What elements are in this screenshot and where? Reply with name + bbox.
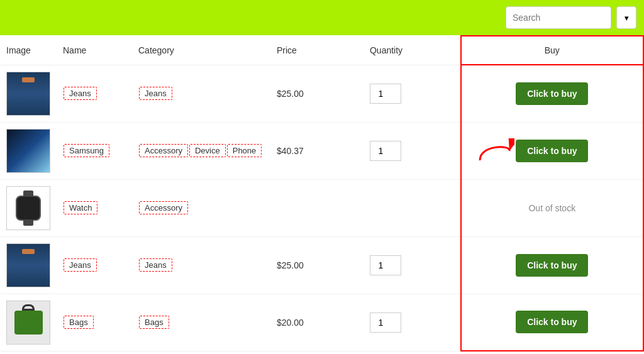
product-category-cell: Jeans <box>132 65 270 122</box>
search-input[interactable] <box>506 6 611 29</box>
out-of-stock-label: Out of stock <box>528 203 575 213</box>
product-image-cell <box>0 65 57 122</box>
quantity-input[interactable] <box>370 313 401 333</box>
buy-button[interactable]: Click to buy <box>516 82 588 105</box>
product-name-cell: Watch <box>57 179 132 236</box>
product-image <box>6 186 50 230</box>
product-name-tag: Jeans <box>64 87 97 100</box>
product-category-cell: Accessory <box>132 179 270 236</box>
quantity-input[interactable] <box>370 255 401 275</box>
product-image <box>6 129 50 173</box>
product-image <box>6 301 50 345</box>
table-row: JeansJeans$25.00 Click to buy <box>0 65 643 122</box>
col-header-quantity: Quantity <box>364 36 461 65</box>
chevron-down-icon: ▾ <box>625 13 629 23</box>
product-price-cell: $40.37 <box>270 122 364 179</box>
col-header-name: Name <box>57 36 132 65</box>
col-header-buy: Buy <box>461 36 643 65</box>
category-tag: Accessory <box>139 144 188 157</box>
dropdown-button[interactable]: ▾ <box>616 6 636 29</box>
product-table: Image Name Category Price Quantity Buy J… <box>0 35 644 351</box>
buy-button[interactable]: Click to buy <box>516 254 588 277</box>
product-quantity-cell <box>364 179 461 236</box>
product-image-cell <box>0 179 57 236</box>
quantity-input[interactable] <box>370 141 401 161</box>
product-price-cell <box>270 179 364 236</box>
product-name-cell: Samsung <box>57 122 132 179</box>
category-tag: Device <box>189 144 226 157</box>
product-buy-cell: Click to buy <box>461 122 643 179</box>
buy-button[interactable]: Click to buy <box>516 311 588 333</box>
product-buy-cell: Click to buy <box>461 65 643 122</box>
product-price-cell: $20.00 <box>270 294 364 351</box>
category-tag: Jeans <box>139 258 172 272</box>
product-name-tag: Bags <box>64 316 94 329</box>
product-buy-cell: Click to buy <box>461 236 643 294</box>
product-name-cell: Bags <box>57 294 132 351</box>
category-tag: Jeans <box>139 87 172 100</box>
product-price-cell: $25.00 <box>270 236 364 294</box>
product-category-cell: Bags <box>132 294 270 351</box>
product-category-cell: Jeans <box>132 236 270 294</box>
table-row: WatchAccessoryOut of stock <box>0 179 643 236</box>
table-row: JeansJeans$25.00 Click to buy <box>0 236 643 294</box>
product-name-cell: Jeans <box>57 65 132 122</box>
product-image <box>6 72 50 116</box>
product-image-cell <box>0 236 57 294</box>
col-header-image: Image <box>0 36 57 65</box>
product-name-tag: Jeans <box>64 258 97 272</box>
product-buy-cell: Click to buy <box>461 294 643 351</box>
category-tag: Phone <box>227 144 262 157</box>
table-row: BagsBags$20.00 Click to buy <box>0 294 643 351</box>
product-category-cell: AccessoryDevicePhone <box>132 122 270 179</box>
product-image-cell <box>0 294 57 351</box>
product-name-tag: Watch <box>64 201 97 214</box>
quantity-input[interactable] <box>370 84 401 104</box>
product-image <box>6 243 50 287</box>
product-name-cell: Jeans <box>57 236 132 294</box>
product-image-cell <box>0 122 57 179</box>
top-bar: ▾ <box>0 0 644 35</box>
col-header-category: Category <box>132 36 270 65</box>
product-quantity-cell <box>364 236 461 294</box>
product-buy-cell: Out of stock <box>461 179 643 236</box>
product-name-tag: Samsung <box>64 144 109 157</box>
col-header-price: Price <box>270 36 364 65</box>
arrow-icon <box>477 138 514 163</box>
product-quantity-cell <box>364 122 461 179</box>
product-price-cell: $25.00 <box>270 65 364 122</box>
category-tag: Bags <box>139 316 169 329</box>
category-tag: Accessory <box>139 201 188 214</box>
table-row: SamsungAccessoryDevicePhone$40.37 Click … <box>0 122 643 179</box>
product-quantity-cell <box>364 294 461 351</box>
buy-button[interactable]: Click to buy <box>516 140 588 162</box>
product-quantity-cell <box>364 65 461 122</box>
